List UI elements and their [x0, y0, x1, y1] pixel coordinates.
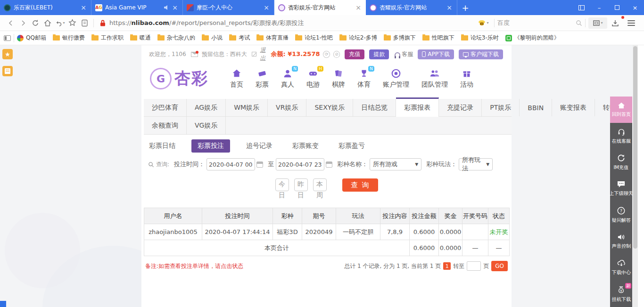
- browser-tab-2[interactable]: AG Asia Game VIP ×: [91, 0, 183, 15]
- nav-egames[interactable]: 电游 H: [306, 68, 320, 89]
- tab-vr[interactable]: VR娱乐: [268, 99, 306, 116]
- recharge-button[interactable]: 充值: [345, 49, 364, 59]
- calendar-icon[interactable]: [326, 162, 332, 168]
- bookmark-reading-app[interactable]: 《黎明前的黑暗》: [505, 34, 560, 42]
- client-download-button[interactable]: 客户端下载: [459, 49, 503, 59]
- bookmark-folder[interactable]: 小说: [202, 34, 223, 42]
- favorite-star-icon[interactable]: [66, 17, 78, 29]
- tab-close-icon[interactable]: ×: [171, 4, 179, 11]
- new-tab-button[interactable]: +: [457, 0, 473, 15]
- tab-sexy[interactable]: SEXY娱乐: [306, 99, 353, 116]
- message-envelope-icon[interactable]: [191, 52, 198, 57]
- address-bar[interactable]: https://nlibao.com/#/report/personal_rep…: [97, 19, 475, 27]
- side-idle-download[interactable]: 新 ¥ 挂机下载: [610, 281, 632, 307]
- scrollbar-thumb[interactable]: [633, 46, 637, 249]
- tab-daily-overview[interactable]: 日结总览: [353, 99, 396, 116]
- search-icon[interactable]: [576, 20, 582, 26]
- bookmark-folder[interactable]: 杂七杂八的: [157, 34, 195, 42]
- tab-bbin[interactable]: BBIN: [520, 99, 552, 116]
- nav-account-management[interactable]: 账户管理: [383, 68, 409, 89]
- bookmark-folder[interactable]: 论坛3-乐时: [461, 34, 499, 42]
- browser-tab-1[interactable]: 乐百家(LEBET) ×: [0, 0, 91, 15]
- side-im-recharge[interactable]: IM充值: [610, 149, 632, 176]
- bookmark-folder[interactable]: 考试: [229, 34, 250, 42]
- minimize-button[interactable]: –: [590, 0, 608, 15]
- this-week-button[interactable]: 本周: [313, 178, 327, 191]
- go-button[interactable]: GO: [491, 261, 508, 271]
- undo-icon[interactable]: ▾: [54, 17, 66, 29]
- subtab-lottery-bets-active[interactable]: 彩票投注: [191, 139, 230, 153]
- maximize-button[interactable]: [608, 0, 626, 15]
- bookmark-qq-mail[interactable]: QQ邮箱: [17, 34, 46, 42]
- withdraw-button[interactable]: 提款: [369, 49, 389, 59]
- tab-wm[interactable]: WM娱乐: [226, 99, 268, 116]
- logout-link[interactable]: 退出: [260, 46, 271, 62]
- calendar-icon[interactable]: [256, 162, 263, 168]
- main-menu-icon[interactable]: [623, 17, 639, 29]
- subtab-lottery-account-change[interactable]: 彩票账变: [289, 139, 322, 153]
- hide-balance-icon[interactable]: ⊘: [333, 51, 340, 58]
- tab-vg[interactable]: VG娱乐: [187, 117, 226, 134]
- tab-close-icon[interactable]: ×: [446, 4, 453, 11]
- notes-gadget-icon[interactable]: [2, 66, 13, 76]
- side-online-service[interactable]: 在线客服: [610, 123, 632, 149]
- bet-time-to-input[interactable]: [276, 158, 324, 170]
- edit-icon[interactable]: [252, 52, 256, 57]
- forward-icon[interactable]: [17, 17, 29, 29]
- bookmark-folder[interactable]: 工作求职: [91, 34, 124, 42]
- home-icon[interactable]: [41, 17, 54, 29]
- tab-ag[interactable]: AG娱乐: [187, 99, 226, 116]
- refresh-balance-icon[interactable]: ⟳: [323, 51, 330, 58]
- nav-chess[interactable]: 棋牌: [332, 68, 345, 89]
- current-page-button[interactable]: 1: [443, 262, 451, 270]
- subtab-lottery-profit-loss[interactable]: 彩票盈亏: [335, 139, 369, 153]
- screenshot-icon[interactable]: ▾: [588, 17, 607, 29]
- tab-layout-button[interactable]: [572, 0, 590, 15]
- tab-audio-icon[interactable]: [164, 5, 169, 10]
- close-window-button[interactable]: ×: [626, 0, 644, 15]
- bookmark-folder[interactable]: 体育直播: [256, 34, 289, 42]
- tab-close-icon[interactable]: ×: [355, 4, 362, 11]
- tab-balance-inquiry[interactable]: 余额查询: [144, 117, 187, 134]
- tab-lottery-report-active[interactable]: 彩票报表: [396, 97, 439, 117]
- side-back-to-home[interactable]: 回到首页: [610, 97, 632, 123]
- side-updown-chat[interactable]: 上下级聊天: [610, 176, 632, 202]
- tab-shaba-sports[interactable]: 沙巴体育: [144, 99, 187, 116]
- today-button[interactable]: 今日: [275, 178, 289, 191]
- subtab-chase-records[interactable]: 追号记录: [242, 139, 276, 153]
- browser-tab-4-active[interactable]: 杏彩娱乐-官方网站 ×: [274, 0, 366, 15]
- reload-icon[interactable]: [29, 17, 41, 29]
- customer-service-link[interactable]: 客服: [395, 50, 413, 58]
- bookmark-folder[interactable]: 银行缴费: [53, 34, 85, 42]
- quick-search-box[interactable]: 百度: [497, 19, 582, 27]
- sidebar-toggle-icon[interactable]: [4, 35, 11, 41]
- lottery-name-select[interactable]: 所有游戏▼: [370, 158, 421, 170]
- side-faq[interactable]: ? 疑问解答: [610, 202, 632, 228]
- search-engine-bee-icon[interactable]: ▾: [475, 17, 491, 29]
- nav-promotions[interactable]: 活动: [460, 68, 473, 89]
- back-icon[interactable]: [5, 17, 17, 29]
- nav-lottery[interactable]: 彩票: [256, 68, 269, 89]
- bookmark-folder[interactable]: 性吧旗下: [422, 34, 454, 42]
- downloads-icon[interactable]: [607, 17, 623, 29]
- nav-home[interactable]: 首页: [230, 68, 243, 89]
- browser-tab-5[interactable]: 杏耀娱乐-官方网站 ×: [366, 0, 457, 15]
- side-sound-control[interactable]: 声音控制: [610, 228, 632, 254]
- brand-logo[interactable]: G 杏彩: [150, 68, 208, 89]
- bookmark-folder[interactable]: 多博旗下: [384, 34, 416, 42]
- browser-tab-3[interactable]: 摩臣-个人中心 ×: [183, 0, 274, 15]
- app-download-button[interactable]: APP下载: [418, 49, 454, 59]
- goto-page-input[interactable]: [467, 261, 481, 271]
- bookmark-folder[interactable]: 论坛1-性吧: [295, 34, 333, 42]
- nav-live-casino[interactable]: 真人 N: [281, 68, 294, 89]
- bookmark-folder[interactable]: 论坛2-多博: [339, 34, 377, 42]
- nav-sports[interactable]: 体育 N: [357, 68, 371, 89]
- bet-time-from-input[interactable]: [206, 158, 255, 170]
- tab-deposit-withdraw-records[interactable]: 充提记录: [439, 99, 482, 116]
- cell-status-link[interactable]: 未开奖: [488, 224, 510, 240]
- side-download-center[interactable]: 下载中心: [610, 254, 632, 281]
- search-button[interactable]: 查询: [342, 178, 378, 192]
- notes-icon[interactable]: [78, 17, 91, 29]
- bookmark-folder[interactable]: 暖通: [130, 34, 151, 42]
- favorites-gadget-icon[interactable]: ★: [2, 49, 13, 59]
